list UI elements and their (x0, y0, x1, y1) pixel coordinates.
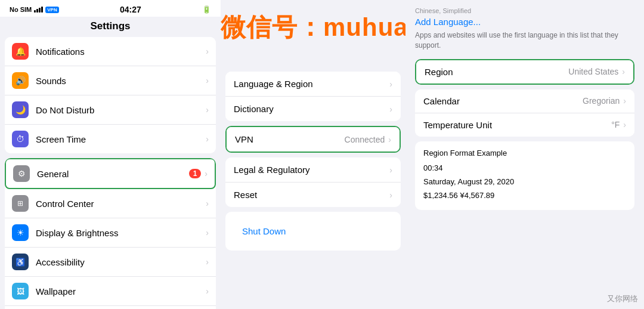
chevron-icon: › (206, 105, 209, 115)
sidebar-item-screen-time[interactable]: ⏱ Screen Time › (5, 125, 216, 153)
middle-list: Language & Region › Dictionary › VPN Con… (221, 72, 405, 309)
sidebar-item-accessibility[interactable]: ♿ Accessibility › (5, 248, 216, 277)
mid-item-reset[interactable]: Reset › (225, 183, 401, 207)
display-brightness-label: Display & Brightness (36, 228, 206, 238)
sidebar-item-general[interactable]: ⚙ General 1 › (5, 158, 216, 189)
reset-label: Reset (234, 190, 389, 200)
region-value: United States (568, 67, 618, 76)
chevron-icon: › (389, 190, 392, 200)
region-group: Region United States › (415, 59, 634, 85)
settings-title: Settings (0, 17, 221, 37)
carrier-label: No SIM (10, 6, 32, 13)
status-bar: No SIM VPN 04:27 🔋 (0, 0, 221, 17)
mid-item-language-region[interactable]: Language & Region › (225, 72, 401, 97)
sounds-icon: 🔊 (12, 72, 29, 89)
calendar-label: Calendar (423, 96, 583, 106)
bottom-watermark: 又你网络 (607, 293, 638, 304)
watermark: 微信号：muhuanidc (221, 11, 405, 44)
chevron-icon: › (206, 134, 209, 144)
region-label: Region (425, 67, 568, 77)
general-icon: ⚙ (13, 165, 30, 182)
region-format-values: 00:34 Saturday, August 29, 2020 $1,234.5… (423, 161, 626, 203)
settings-panel: No SIM VPN 04:27 🔋 Settings 🔔 Notificati… (0, 0, 221, 309)
sidebar-item-sounds[interactable]: 🔊 Sounds › (5, 66, 216, 95)
region-format-box: Region Format Example 00:34 Saturday, Au… (415, 141, 634, 210)
chevron-icon: › (206, 286, 209, 296)
mid-item-dictionary[interactable]: Dictionary › (225, 97, 401, 121)
mid-item-vpn[interactable]: VPN Connected › (227, 127, 400, 152)
screen-time-label: Screen Time (36, 134, 206, 144)
accessibility-icon: ♿ (12, 254, 29, 270)
region-format-date: Saturday, August 29, 2020 (423, 175, 626, 189)
mid-group-1: Language & Region › Dictionary › (225, 72, 401, 121)
notifications-label: Notifications (36, 47, 206, 57)
calendar-temp-group: Calendar Gregorian › Temperature Unit °F… (415, 89, 634, 137)
sidebar-item-siri-search[interactable]: ◎ Siri & Search › (5, 306, 216, 309)
control-center-label: Control Center (36, 199, 206, 209)
general-detail-panel: 微信号：muhuanidc Language & Region › Dictio… (221, 0, 405, 309)
temperature-value: °F (611, 120, 620, 129)
accessibility-label: Accessibility (36, 257, 206, 267)
chevron-icon: › (205, 169, 208, 178)
status-left: No SIM VPN (10, 6, 59, 13)
battery-icon: 🔋 (202, 5, 211, 14)
chevron-icon: › (389, 79, 392, 89)
general-badge: 1 (189, 169, 202, 178)
sidebar-item-notifications[interactable]: 🔔 Notifications › (5, 37, 216, 66)
chevron-icon: › (622, 67, 625, 76)
display-brightness-icon: ☀ (12, 224, 29, 241)
right-item-calendar[interactable]: Calendar Gregorian › (415, 89, 634, 113)
sidebar-item-do-not-disturb[interactable]: 🌙 Do Not Disturb › (5, 95, 216, 125)
sidebar-item-display-brightness[interactable]: ☀ Display & Brightness › (5, 218, 216, 248)
vpn-badge: VPN (45, 7, 58, 13)
temperature-label: Temperature Unit (423, 120, 611, 130)
mid-group-shutdown: Shut Down (225, 212, 401, 251)
do-not-disturb-icon: 🌙 (12, 101, 29, 118)
signal-icon (34, 7, 43, 13)
notifications-icon: 🔔 (12, 43, 29, 60)
chevron-icon: › (623, 120, 626, 129)
vpn-value: Connected (345, 135, 385, 144)
do-not-disturb-label: Do Not Disturb (36, 105, 206, 115)
chevron-icon: › (206, 47, 209, 56)
language-region-label: Language & Region (234, 79, 389, 89)
status-time: 04:27 (120, 5, 141, 14)
chevron-icon: › (389, 165, 392, 175)
language-subtitle: Chinese, Simplified (415, 7, 634, 14)
calendar-value: Gregorian (583, 96, 620, 106)
mid-item-shutdown[interactable]: Shut Down (225, 212, 401, 251)
chevron-icon: › (623, 96, 626, 106)
right-item-temperature[interactable]: Temperature Unit °F › (415, 113, 634, 137)
sidebar-item-control-center[interactable]: ⊞ Control Center › (5, 189, 216, 218)
right-content: Chinese, Simplified Add Language... Apps… (405, 0, 644, 309)
mid-group-2: Legal & Regulatory › Reset › (225, 157, 401, 207)
shutdown-label[interactable]: Shut Down (234, 219, 294, 243)
sounds-label: Sounds (36, 76, 206, 86)
right-item-region[interactable]: Region United States › (416, 60, 633, 84)
chevron-icon: › (389, 104, 392, 114)
region-format-money: $1,234.56 ¥4,567.89 (423, 189, 626, 202)
chevron-icon: › (206, 76, 209, 85)
language-region-detail-panel: Chinese, Simplified Add Language... Apps… (405, 0, 644, 309)
wallpaper-label: Wallpaper (36, 286, 206, 296)
settings-list: 🔔 Notifications › 🔊 Sounds › 🌙 Do Not Di… (0, 37, 221, 309)
general-label: General (37, 169, 189, 179)
chevron-icon: › (388, 135, 391, 144)
screen-time-icon: ⏱ (12, 131, 29, 147)
status-right: 🔋 (202, 5, 211, 14)
language-description: Apps and websites will use the first lan… (415, 30, 634, 51)
add-language-button[interactable]: Add Language... (415, 17, 634, 27)
vpn-label: VPN (235, 134, 345, 144)
chevron-icon: › (206, 228, 209, 237)
mid-item-legal[interactable]: Legal & Regulatory › (225, 157, 401, 183)
sidebar-item-wallpaper[interactable]: 🖼 Wallpaper › (5, 277, 216, 306)
settings-group-2: ⚙ General 1 › ⊞ Control Center › ☀ Displ… (5, 158, 216, 309)
mid-group-vpn: VPN Connected › (225, 126, 401, 153)
region-format-time: 00:34 (423, 161, 626, 175)
chevron-icon: › (206, 199, 209, 208)
chevron-icon: › (206, 257, 209, 267)
region-format-title: Region Format Example (423, 149, 626, 157)
legal-label: Legal & Regulatory (234, 165, 389, 175)
wallpaper-icon: 🖼 (12, 283, 29, 299)
control-center-icon: ⊞ (12, 195, 29, 212)
